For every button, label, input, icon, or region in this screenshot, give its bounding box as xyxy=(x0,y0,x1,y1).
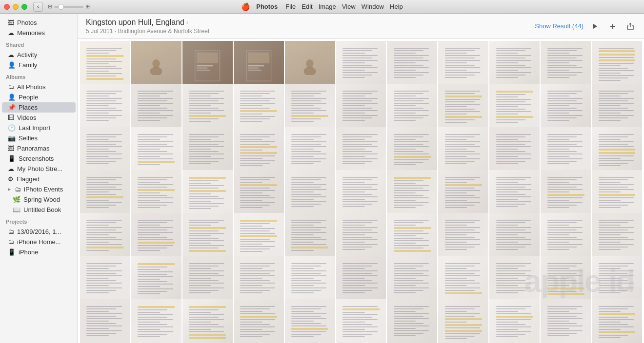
photo-cell[interactable] xyxy=(592,299,642,343)
flagged-icon: ⚙ xyxy=(8,175,14,183)
svg-rect-10 xyxy=(197,70,210,71)
photo-cell[interactable] xyxy=(489,299,540,343)
svg-point-16 xyxy=(306,59,313,68)
untitled-book-icon: 📖 xyxy=(13,206,20,213)
sidebar-item-project-1[interactable]: 🗂 13/09/2016, 1... xyxy=(2,227,76,237)
sidebar-item-activity[interactable]: ☁ Activity xyxy=(2,50,76,60)
sidebar-item-memories[interactable]: ☁ Memories xyxy=(2,28,76,38)
traffic-lights xyxy=(4,4,27,10)
iphoto-events-toggle-icon: ▶ xyxy=(8,187,11,191)
zoom-control: ⊟ ⊞ xyxy=(48,3,90,10)
spring-wood-icon: 🌿 xyxy=(13,196,20,203)
last-import-icon: 🕐 xyxy=(8,124,16,132)
screenshots-icon: 📱 xyxy=(8,155,16,162)
svg-point-5 xyxy=(150,67,162,75)
menu-photos[interactable]: Photos xyxy=(256,3,278,10)
header-toolbar: Show Result (44) xyxy=(535,20,636,32)
content-header: Kingston upon Hull, England › 5 Jul 2011… xyxy=(78,14,644,39)
my-photo-stream-icon: ☁ xyxy=(8,165,14,172)
play-button[interactable] xyxy=(589,20,601,32)
titlebar: ‹ ⊟ ⊞ 🍎 Photos File Edit Image View Wind… xyxy=(0,0,644,14)
svg-rect-8 xyxy=(197,65,213,66)
people-icon: 👤 xyxy=(8,94,16,101)
memories-icon: ☁ xyxy=(8,29,14,37)
sidebar-item-all-photos[interactable]: 🗂 All Photos xyxy=(2,82,76,92)
panoramas-icon: 🖼 xyxy=(8,145,14,152)
photo-cell[interactable] xyxy=(336,299,386,343)
close-button[interactable] xyxy=(4,4,10,10)
menu-view[interactable]: View xyxy=(342,3,356,10)
photo-grid: apple id xyxy=(78,39,644,343)
menu-file[interactable]: File xyxy=(285,3,296,10)
add-button[interactable] xyxy=(607,20,619,32)
svg-marker-0 xyxy=(593,24,597,29)
videos-icon: 🎞 xyxy=(8,114,14,121)
photo-cell[interactable] xyxy=(285,299,335,343)
menu-window[interactable]: Window xyxy=(362,3,384,10)
photo-cell[interactable] xyxy=(438,299,488,343)
sidebar-item-selfies[interactable]: 📷 Selfies xyxy=(2,133,76,143)
sidebar-item-iphoto-events[interactable]: ▶ 🗂 iPhoto Events xyxy=(2,184,76,194)
location-title: Kingston upon Hull, England xyxy=(86,18,184,27)
back-button[interactable]: ‹ xyxy=(33,2,43,12)
selfies-icon: 📷 xyxy=(8,134,16,142)
zoom-in-icon: ⊞ xyxy=(85,3,90,10)
family-icon: 👤 xyxy=(8,61,16,69)
photo-cell[interactable] xyxy=(541,299,591,343)
sidebar-item-iphone-home[interactable]: 🗂 iPhone Home... xyxy=(2,237,76,247)
minimize-button[interactable] xyxy=(13,4,19,10)
zoom-slider[interactable] xyxy=(54,6,83,8)
svg-point-17 xyxy=(304,67,316,75)
project-1-icon: 🗂 xyxy=(8,228,14,235)
sidebar: 🖼 Photos ☁ Memories Shared ☁ Activity 👤 … xyxy=(0,14,78,343)
svg-rect-13 xyxy=(248,65,264,66)
sidebar-item-untitled-book[interactable]: 📖 Untitled Book xyxy=(2,205,76,215)
sidebar-item-places[interactable]: 📌 Places xyxy=(2,102,76,113)
albums-section-header: Albums xyxy=(0,70,78,82)
photo-cell[interactable] xyxy=(182,299,233,343)
sidebar-item-family[interactable]: 👤 Family xyxy=(2,60,76,70)
shared-section-header: Shared xyxy=(0,38,78,50)
svg-point-4 xyxy=(153,59,160,68)
sidebar-item-panoramas[interactable]: 🖼 Panoramas xyxy=(2,143,76,153)
share-button[interactable] xyxy=(624,20,636,32)
photo-cell[interactable] xyxy=(80,299,130,343)
iphone-home-icon: 🗂 xyxy=(8,238,14,246)
iphoto-events-icon: 🗂 xyxy=(15,186,21,193)
location-chevron-icon: › xyxy=(186,19,188,26)
sidebar-item-my-photo-stream[interactable]: ☁ My Photo Stre... xyxy=(2,164,76,174)
sidebar-item-flagged[interactable]: ⚙ Flagged xyxy=(2,174,76,184)
photo-cell[interactable] xyxy=(387,299,437,343)
svg-rect-9 xyxy=(197,68,207,69)
activity-icon: ☁ xyxy=(8,51,14,58)
sidebar-item-last-import[interactable]: 🕐 Last Import xyxy=(2,123,76,133)
photo-cell[interactable] xyxy=(131,299,181,343)
zoom-out-icon: ⊟ xyxy=(48,3,52,10)
show-result-button[interactable]: Show Result (44) xyxy=(535,22,584,30)
all-photos-icon: 🗂 xyxy=(8,83,14,91)
sidebar-item-photos[interactable]: 🖼 Photos xyxy=(2,18,76,28)
svg-rect-12 xyxy=(248,53,269,63)
photos-icon: 🖼 xyxy=(8,19,14,26)
sidebar-item-iphone[interactable]: 📱 iPhone xyxy=(2,247,76,257)
places-icon: 📌 xyxy=(8,104,16,111)
svg-rect-7 xyxy=(197,53,218,63)
sidebar-item-spring-wood[interactable]: 🌿 Spring Wood xyxy=(2,194,76,205)
projects-section-header: Projects xyxy=(0,215,78,227)
sidebar-item-screenshots[interactable]: 📱 Screenshots xyxy=(2,153,76,164)
sidebar-item-videos[interactable]: 🎞 Videos xyxy=(2,113,76,123)
iphone-icon: 📱 xyxy=(8,248,16,256)
menu-help[interactable]: Help xyxy=(390,3,403,10)
location-date: 5 Jul 2011 · Bridlington Avenue & Norfol… xyxy=(86,28,209,35)
sidebar-item-people[interactable]: 👤 People xyxy=(2,92,76,102)
main-content: Kingston upon Hull, England › 5 Jul 2011… xyxy=(78,14,644,343)
location-info: Kingston upon Hull, England › 5 Jul 2011… xyxy=(86,18,209,35)
app-container: 🖼 Photos ☁ Memories Shared ☁ Activity 👤 … xyxy=(0,14,644,343)
svg-rect-15 xyxy=(248,70,262,71)
apple-logo-icon: 🍎 xyxy=(241,2,250,11)
svg-rect-14 xyxy=(248,68,259,69)
photo-cell[interactable] xyxy=(234,299,284,343)
menu-image[interactable]: Image xyxy=(319,3,336,10)
fullscreen-button[interactable] xyxy=(21,4,27,10)
menu-edit[interactable]: Edit xyxy=(302,3,312,10)
